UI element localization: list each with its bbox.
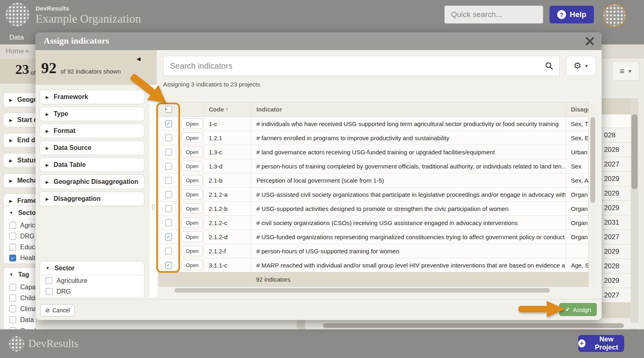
scrollbar-thumb[interactable] [631,114,638,189]
quick-search[interactable] [445,6,543,23]
indicator-column-header[interactable]: Indicator [251,102,566,116]
new-project-button[interactable]: + New Project [578,335,624,352]
nav-item-data[interactable]: Data [0,31,33,44]
checkbox[interactable] [9,222,16,229]
breadcrumb-home[interactable]: Home [6,47,24,55]
tag-option[interactable]: Capac [4,282,36,293]
close-icon[interactable] [585,37,594,46]
indicator-search-input[interactable] [164,61,545,71]
sector-option[interactable]: Agricu [4,220,36,231]
sector-filter-header[interactable]: ▼ Sector [40,261,144,275]
filter-section-collapsed[interactable]: ▶ Geogr [3,93,36,107]
indicator-search[interactable] [163,56,560,76]
devresults-logo-icon[interactable] [6,3,29,26]
filter-section-collapsed[interactable]: ▶ Disaggregation [40,192,145,206]
filter-section-collapsed[interactable]: ▶ Type [40,107,145,121]
checkbox[interactable] [9,305,16,312]
scrollbar-thumb[interactable] [323,323,624,328]
open-button[interactable]: Open [182,217,203,228]
list-view-button[interactable]: ≡ ▼ [612,61,640,81]
select-all-checkbox[interactable] [165,106,172,113]
row-checkbox[interactable] [165,262,172,269]
checkbox[interactable] [9,233,16,240]
indicator-row[interactable]: Open 2.1.2-f # person-hours of USG-suppo… [159,244,588,258]
tag-option[interactable]: Gend [4,325,36,329]
help-button[interactable]: ? Help [550,6,594,23]
row-checkbox[interactable] [165,163,172,170]
sector-option[interactable]: Health [4,253,36,263]
indicator-row[interactable]: Open 1-c # individuals who have received… [159,117,588,131]
row-checkbox[interactable] [165,234,172,240]
assign-button[interactable]: ✔ Assign [559,303,597,316]
filter-section-collapsed[interactable]: ▶ Start d [3,113,36,127]
filter-section-collapsed[interactable]: ▶ Data Source [40,141,145,155]
background-vertical-scrollbar[interactable] [631,98,638,329]
filter-section-collapsed[interactable]: ▶ Framework [40,90,145,104]
sector-option[interactable]: DRG [4,231,36,242]
row-checkbox[interactable] [165,135,172,141]
open-button[interactable]: Open [182,161,203,171]
table-settings-button[interactable]: ⚙ ▼ [566,56,596,76]
indicator-row[interactable]: Open 2.1.2-c # civil society organizatio… [159,216,588,230]
filter-section-collapsed[interactable]: ▶ Format [40,124,145,138]
checkbox[interactable] [46,288,52,295]
open-button[interactable]: Open [182,133,203,143]
disaggregation-column-header[interactable]: Disaggre [566,102,588,116]
sector-filter-header[interactable]: ▼ Sector [4,206,36,220]
background-horizontal-scrollbar[interactable] [305,323,639,329]
tag-option[interactable]: Data [4,314,36,325]
row-checkbox[interactable] [165,248,172,255]
panel-resize-handle[interactable] [150,85,157,297]
sector-option[interactable]: DRG [40,286,144,297]
filter-section-collapsed[interactable]: ▶ Geographic Disaggregation [40,175,145,189]
row-checkbox[interactable] [165,191,172,198]
table-horizontal-scrollbar[interactable] [163,287,585,293]
open-button[interactable]: Open [182,189,203,200]
checkbox[interactable] [9,284,16,291]
filter-section-collapsed[interactable]: ▶ End da [3,133,36,147]
table-vertical-scrollbar[interactable] [589,102,596,286]
indicator-row[interactable]: Open 2.1.2-a # USG-assisted civil societ… [159,187,588,202]
row-checkbox[interactable] [165,205,172,212]
sector-option[interactable]: Agriculture [40,275,144,286]
open-button[interactable]: Open [182,260,203,270]
code-column-header[interactable]: Code ↑ [203,102,251,116]
row-checkbox[interactable] [165,177,172,184]
quick-search-input[interactable] [445,10,550,19]
collapse-panel-icon[interactable]: ◀ [136,56,141,62]
indicator-row[interactable]: Open 3.1.1-c # MARP reached with individ… [159,258,588,272]
open-button[interactable]: Open [182,232,203,242]
indicator-row[interactable]: Open 1.3-c # land governance actors rece… [159,145,588,159]
row-checkbox[interactable] [165,219,172,226]
scrollbar-thumb[interactable] [174,288,550,293]
tag-option[interactable]: Childr [4,293,36,303]
checkbox[interactable] [9,255,16,261]
open-button[interactable]: Open [182,118,203,129]
open-button[interactable]: Open [182,203,203,214]
checkbox[interactable] [9,316,16,323]
indicator-row[interactable]: Open 1.2.1 # farmers enrolled in program… [159,131,588,145]
open-button[interactable]: Open [182,246,203,256]
checkbox[interactable] [46,277,52,284]
scrollbar-thumb[interactable] [590,117,595,203]
indicator-row[interactable]: Open 1.3-d # person-hours of training co… [159,159,588,173]
indicator-row[interactable]: Open 2.1.2-d # USG-funded organizations … [159,230,588,244]
search-icon[interactable] [545,61,554,70]
row-select-cell [159,216,178,230]
tag-option[interactable]: Clima [4,303,36,314]
checkbox[interactable] [9,295,16,301]
row-checkbox[interactable] [165,120,172,127]
checkbox[interactable] [9,244,16,251]
cancel-button[interactable]: ⊘ Cancel [40,304,75,316]
sector-option[interactable]: Educa [4,242,36,253]
open-button[interactable]: Open [182,175,203,185]
indicator-row[interactable]: Open 2.1-b Perception of local governmen… [159,173,588,187]
tag-filter-header[interactable]: ▼ Tag [4,268,36,282]
filter-section-collapsed[interactable]: ▶ Data Table [40,158,145,172]
row-checkbox[interactable] [165,149,172,156]
avatar[interactable] [603,4,626,27]
open-button[interactable]: Open [182,147,203,157]
filter-section-collapsed[interactable]: ▶ Mecha [3,173,36,188]
filter-section-collapsed[interactable]: ▶ Status [3,153,36,168]
indicator-row[interactable]: Open 2.1.2-b # USG-supported activities … [159,202,588,216]
